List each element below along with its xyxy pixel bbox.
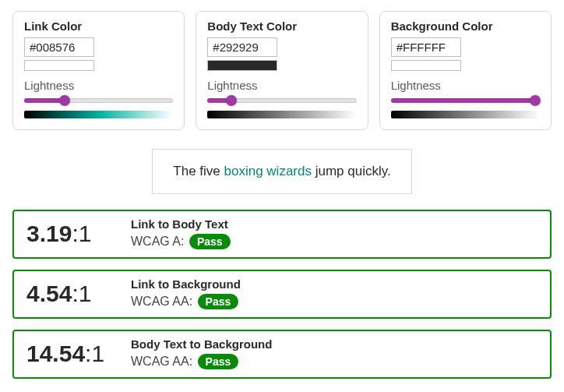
preview-wrap: The five boxing wizards jump quickly. — [12, 149, 552, 194]
preview-text-after: jump quickly. — [312, 164, 391, 178]
result-line: WCAG A: Pass — [131, 234, 538, 249]
status-badge: Pass — [198, 354, 239, 369]
ratio-tail: :1 — [72, 221, 91, 246]
result-title: Link to Body Text — [131, 217, 538, 231]
result-body: Body Text to Background WCAG AA: Pass — [131, 337, 538, 369]
ratio-bold: 3.19 — [26, 221, 72, 246]
wcag-label: WCAG AA: — [131, 295, 196, 308]
preview-text-before: The five — [173, 164, 224, 178]
slider-thumb[interactable] — [59, 95, 70, 106]
lightness-label: Lightness — [24, 79, 173, 92]
ratio-tail: :1 — [85, 341, 104, 366]
wcag-label: WCAG AA: — [131, 355, 196, 368]
panel-background-color: Background Color Lightness — [379, 11, 552, 130]
slider-fill — [391, 98, 540, 103]
swatch-link[interactable] — [24, 60, 94, 71]
gradient-strip-bg — [391, 111, 540, 118]
ratio-bold: 4.54 — [26, 281, 72, 306]
swatch-body[interactable] — [207, 60, 277, 71]
lightness-label: Lightness — [207, 79, 356, 92]
status-badge: Pass — [198, 294, 239, 309]
lightness-slider-bg[interactable] — [391, 95, 540, 106]
swatch-bg[interactable] — [391, 60, 461, 71]
result-body-to-background: 14.54:1 Body Text to Background WCAG AA:… — [12, 330, 552, 379]
hex-input-body[interactable] — [207, 37, 277, 57]
result-line: WCAG AA: Pass — [131, 354, 538, 369]
color-panels: Link Color Lightness Body Text Color Lig… — [12, 11, 552, 130]
hex-input-link[interactable] — [24, 37, 94, 57]
lightness-label: Lightness — [391, 79, 540, 92]
slider-thumb[interactable] — [530, 95, 541, 106]
gradient-strip-link — [24, 111, 173, 118]
ratio-bold: 14.54 — [26, 341, 85, 366]
hex-input-bg[interactable] — [391, 37, 461, 57]
gradient-strip-body — [207, 111, 356, 118]
panel-title: Background Color — [391, 19, 540, 33]
ratio-value: 14.54:1 — [26, 341, 112, 367]
panel-body-text-color: Body Text Color Lightness — [196, 11, 368, 130]
result-body: Link to Body Text WCAG A: Pass — [131, 217, 538, 249]
result-link-to-background: 4.54:1 Link to Background WCAG AA: Pass — [12, 270, 552, 319]
result-link-to-body: 3.19:1 Link to Body Text WCAG A: Pass — [12, 210, 552, 259]
preview-link[interactable]: boxing wizards — [224, 164, 312, 178]
panel-title: Body Text Color — [207, 19, 356, 33]
slider-thumb[interactable] — [226, 95, 237, 106]
panel-link-color: Link Color Lightness — [12, 11, 185, 130]
ratio-value: 3.19:1 — [26, 221, 112, 247]
result-title: Link to Background — [131, 277, 538, 291]
lightness-slider-body[interactable] — [207, 95, 356, 106]
ratio-value: 4.54:1 — [26, 281, 112, 307]
result-title: Body Text to Background — [131, 337, 538, 351]
ratio-tail: :1 — [72, 281, 91, 306]
result-line: WCAG AA: Pass — [131, 294, 538, 309]
panel-title: Link Color — [24, 19, 173, 33]
wcag-label: WCAG A: — [131, 235, 188, 248]
status-badge: Pass — [189, 234, 231, 249]
lightness-slider-link[interactable] — [24, 95, 173, 106]
preview-box: The five boxing wizards jump quickly. — [152, 149, 411, 194]
result-body: Link to Background WCAG AA: Pass — [131, 277, 538, 309]
